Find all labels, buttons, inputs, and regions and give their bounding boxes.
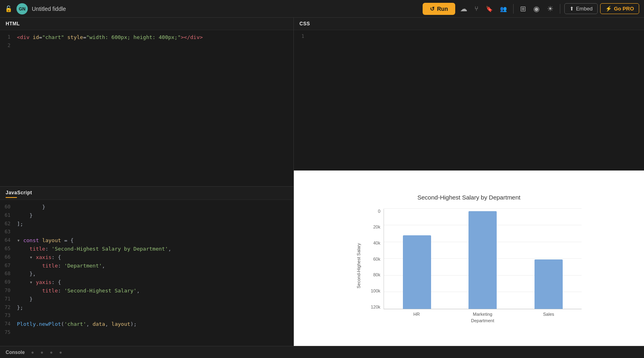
go-pro-button[interactable]: ⚡ Go PRO xyxy=(600,3,639,14)
run-spinner-icon: ↺ xyxy=(430,6,435,12)
bookmark-icon: 🔖 xyxy=(486,6,493,12)
x-label-marketing: Marketing xyxy=(469,312,497,317)
chart-title: Second-Highest Salary by Department xyxy=(356,194,582,201)
css-editor-pane: CSS 1 xyxy=(294,18,644,171)
console-dot-icon-3: ● xyxy=(50,350,53,355)
html-editor-pane: HTML 1 <div id="chart" style="width: 600… xyxy=(0,18,293,187)
x-label-hr: HR xyxy=(402,312,431,317)
lock-icon: 🔓 xyxy=(5,5,12,12)
header-actions: ↺ Run ☁ ⑂ 🔖 👥 ⊞ ◉ ☀ ⬆ Embed ⚡ xyxy=(423,3,639,15)
header: 🔓 GN Untitled fiddle ↺ Run ☁ ⑂ 🔖 👥 ⊞ ◉ ☀ xyxy=(0,0,644,18)
fork-icon: ⑂ xyxy=(475,5,479,12)
bar-group-hr xyxy=(403,235,431,309)
users-icon: 👥 xyxy=(500,6,507,12)
fiddle-title: Untitled fiddle xyxy=(32,6,419,12)
table-row: 1 xyxy=(294,33,644,39)
bottom-bar: Console ● ● ● ● xyxy=(0,346,644,358)
table-row: 72 }; xyxy=(0,304,293,312)
table-row: 64 ▾ const layout = { xyxy=(0,237,293,245)
cloud-save-icon-btn[interactable]: ☁ xyxy=(458,3,470,15)
js-editor-pane: JavaScript 60 } 61 } 62 ]; 63 xyxy=(0,187,293,346)
table-row: 60 } xyxy=(0,203,293,212)
bar-marketing xyxy=(469,211,497,309)
bookmark-icon-btn[interactable]: 🔖 xyxy=(483,4,495,14)
y-ticks: 120k 100k 80k 60k 40k 20k 0 xyxy=(364,209,380,309)
js-pane-label: JavaScript xyxy=(6,190,288,195)
y-tick: 60k xyxy=(364,257,380,261)
eye-icon: ◉ xyxy=(533,4,540,13)
users-icon-btn[interactable]: 👥 xyxy=(497,4,509,14)
x-axis-title: Department xyxy=(364,318,582,323)
y-tick: 0 xyxy=(364,209,380,214)
left-panel: HTML 1 <div id="chart" style="width: 600… xyxy=(0,18,294,346)
html-pane-label: HTML xyxy=(0,18,293,30)
divider-1 xyxy=(513,4,514,14)
embed-button[interactable]: ⬆ Embed xyxy=(564,3,598,14)
html-code-editor[interactable]: 1 <div id="chart" style="width: 600px; h… xyxy=(0,30,293,186)
js-pane-underline xyxy=(6,197,17,198)
table-row: 2 xyxy=(0,42,293,50)
main-content: HTML 1 <div id="chart" style="width: 600… xyxy=(0,18,644,346)
layout-icon-btn[interactable]: ⊞ xyxy=(518,3,528,15)
bar-sales xyxy=(535,259,563,309)
table-row: 69 ▾ yaxis: { xyxy=(0,278,293,287)
run-label: Run xyxy=(437,6,448,12)
table-row: 70 title: 'Second-Highest Salary', xyxy=(0,287,293,295)
js-pane-header: JavaScript xyxy=(0,187,293,200)
bar-hr xyxy=(403,235,431,309)
chart-area: Second-Highest Salary by Department Seco… xyxy=(294,171,644,346)
y-axis-label: Second-Highest Salary xyxy=(356,209,361,323)
theme-icon: ☀ xyxy=(547,4,553,13)
eye-icon-btn[interactable]: ◉ xyxy=(531,3,542,15)
table-row: 66 ▾ xaxis: { xyxy=(0,253,293,262)
table-row: 68 }, xyxy=(0,270,293,278)
y-tick: 100k xyxy=(364,288,380,293)
share-icon: ⬆ xyxy=(570,6,574,12)
chart-container: Second-Highest Salary 120k 100k 80k 60k … xyxy=(356,209,582,323)
bars-row xyxy=(384,209,582,309)
table-row: 67 title: 'Department', xyxy=(0,262,293,270)
go-pro-label: Go PRO xyxy=(614,6,634,12)
fork-icon-btn[interactable]: ⑂ xyxy=(472,4,481,14)
console-dot-icon-1: ● xyxy=(31,350,34,355)
y-tick: 20k xyxy=(364,224,380,229)
table-row: 61 } xyxy=(0,212,293,220)
table-row: 1 <div id="chart" style="width: 600px; h… xyxy=(0,33,293,42)
css-pane-label: CSS xyxy=(294,18,644,30)
y-tick: 40k xyxy=(364,241,380,245)
table-row: 62 ]; xyxy=(0,220,293,228)
y-tick: 120k xyxy=(364,305,380,309)
chart-wrapper: Second-Highest Salary by Department Seco… xyxy=(356,194,582,323)
bar-group-sales xyxy=(535,259,563,309)
table-row: 74 Plotly.newPlot('chart', data, layout)… xyxy=(0,320,293,329)
layout-icon: ⊞ xyxy=(520,4,526,13)
y-tick: 80k xyxy=(364,272,380,277)
css-code-editor[interactable]: 1 xyxy=(294,30,644,170)
x-labels: HR Marketing Sales xyxy=(364,309,582,317)
divider-2 xyxy=(560,4,560,14)
table-row: 65 title: 'Second-Highest Salary by Depa… xyxy=(0,245,293,253)
console-label: Console xyxy=(6,350,25,355)
table-row: 73 xyxy=(0,312,293,320)
preview-pane: Second-Highest Salary by Department Seco… xyxy=(294,171,644,346)
bar-group-marketing xyxy=(469,211,497,309)
console-dot-icon-4: ● xyxy=(59,350,62,355)
chart-inner: 120k 100k 80k 60k 40k 20k 0 xyxy=(364,209,582,323)
right-panel: CSS 1 Second-Highest Salary by Departmen… xyxy=(294,18,644,346)
run-button[interactable]: ↺ Run xyxy=(423,3,455,15)
bars-and-yaxis: 120k 100k 80k 60k 40k 20k 0 xyxy=(364,209,582,309)
cloud-icon: ☁ xyxy=(460,4,467,13)
embed-label: Embed xyxy=(576,6,592,12)
x-label-sales: Sales xyxy=(535,312,563,317)
table-row: 63 xyxy=(0,228,293,237)
table-row: 75 xyxy=(0,329,293,337)
theme-icon-btn[interactable]: ☀ xyxy=(545,3,556,15)
js-code-editor[interactable]: 60 } 61 } 62 ]; 63 64 ▾ xyxy=(0,200,293,346)
table-row: 71 } xyxy=(0,295,293,304)
bars-area xyxy=(384,209,582,309)
avatar: GN xyxy=(17,3,28,14)
console-dot-icon-2: ● xyxy=(41,350,43,355)
bolt-icon: ⚡ xyxy=(605,6,612,12)
